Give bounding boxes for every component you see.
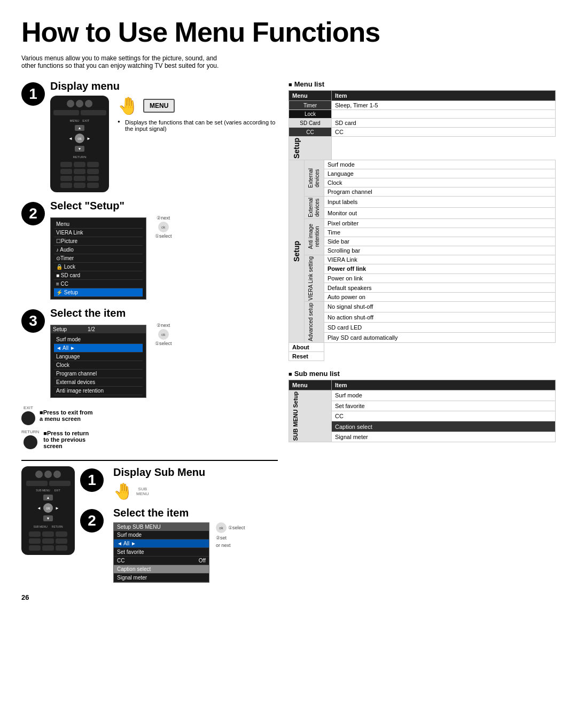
sub-row-surf-mode: SUB MENU Setup Surf mode [289, 390, 556, 401]
setup-rotated-label: Setup [289, 137, 332, 160]
menu-item-lock: 🔒 Lock [54, 263, 143, 271]
return-label: RETURN [21, 429, 39, 434]
row-clock: Clock [289, 178, 556, 187]
sub-col-menu: Menu [289, 380, 332, 390]
sub-item-surfmode: Surf mode [114, 531, 209, 539]
step1-number: 1 [21, 82, 45, 106]
menu-item-picture: ☐Picture [54, 237, 143, 246]
sub-menu-section: SUB MENU EXIT ▲ ◄ ok ► ▼ SUB MENU [21, 460, 278, 583]
step1-content: Display menu [50, 80, 278, 192]
item-play-sd: Play SD card automatically [324, 332, 556, 342]
step1-section: 1 Display menu [21, 80, 278, 192]
nav-select-label-2: ①select [155, 341, 172, 346]
sub-item-all: ◄ All ► [114, 539, 209, 548]
row-pixel-orbiter: Anti imageretention Pixel orbiter [289, 218, 556, 228]
table-row-cc: CC CC [289, 128, 556, 137]
indicator-select: ①select [228, 525, 245, 530]
remote-control-1: MENU EXIT ▲ ◄ ok ► ▼ RETURN [50, 96, 109, 192]
row-monitor-out: Monitor out [289, 207, 556, 218]
row-sd-card-led: SD card LED [289, 322, 556, 332]
setup-table: Setup Externaldevices Surf mode Language… [288, 160, 556, 361]
advanced-setup-label: Advanced setup [305, 302, 324, 343]
sub-item-cc: CC [332, 411, 556, 421]
row-viera-link: VIERA Link setting VIERA Link [289, 255, 556, 264]
menu-cc: CC [289, 128, 332, 137]
sub-menu-label: SUBMENU [136, 487, 149, 496]
menu-list-title: Menu list [288, 80, 556, 88]
step2-nav: ②next ok ①select [155, 215, 172, 239]
return-button[interactable] [24, 435, 37, 449]
item-pixel-orbiter: Pixel orbiter [324, 218, 556, 228]
item-surf-mode: Surf mode [54, 335, 143, 344]
press-return-label2: to the previous [43, 436, 89, 443]
substep2-title: Select the item [113, 507, 245, 519]
menu-item-setup: ⚡ Setup [54, 288, 143, 297]
item-monitor-out: Monitor out [324, 207, 556, 218]
item-power-off-link: Power off link [324, 264, 556, 274]
substep1-number: 1 [80, 468, 104, 492]
sub-item-set-favorite: Set favorite [332, 401, 556, 411]
menu-item-sdcard: ■ SD card [54, 271, 143, 280]
step3-number: 3 [21, 309, 45, 333]
menu-item-menu: Menu [54, 220, 143, 229]
step1-bullet: Displays the functions that can be set (… [118, 119, 278, 132]
substep2-indicators: ok ①select ②set or next [216, 522, 245, 548]
item-all: ◄ All ► [54, 344, 143, 353]
table-row-surfmode: Setup [289, 137, 556, 160]
item-time: Time [324, 228, 556, 237]
setup-side-label: Setup [289, 160, 305, 342]
substep1-title: Display Sub Menu [113, 466, 205, 479]
page-title: How to Use Menu Functions [21, 16, 556, 48]
step3-nav: ②next ok ①select [155, 323, 172, 346]
menu-button-label[interactable]: MENU [143, 99, 175, 113]
row-play-sd: Play SD card automatically [289, 332, 556, 342]
press-exit-item: EXIT ■Press to exit from a menu screen [21, 405, 278, 425]
row-surf-mode: Setup Externaldevices Surf mode [289, 160, 556, 169]
exit-label: EXIT [24, 405, 33, 410]
item-anti-image: Anti image retention [54, 387, 143, 395]
row-sidebar: Side bar [289, 237, 556, 246]
ok-button-step2[interactable]: ok [158, 222, 169, 232]
step2-section: 2 Select "Setup" Menu VIERA Link ☐Pictur… [21, 200, 278, 300]
substep2-number: 2 [80, 509, 104, 533]
col-menu: Menu [289, 91, 332, 101]
item-clock: Clock [54, 361, 143, 370]
ok-button-substep2[interactable]: ok [216, 522, 227, 533]
menu-item-audio: ♪ Audio [54, 246, 143, 254]
sub-menu-setup-label: SUB MENU Setup [289, 390, 332, 442]
row-input-labels: Externaldevices Input labels [289, 196, 556, 207]
item-language: Language [324, 169, 556, 178]
press-exit-label2: a menu screen [40, 416, 93, 422]
sub-item-signal-meter: Signal meter [332, 432, 556, 442]
sub-col-item: Item [332, 380, 556, 390]
item-cc: CC [332, 128, 556, 137]
menu-lock: Lock [289, 110, 332, 119]
step3-title: Select the item [50, 307, 278, 319]
press-return-label3: screen [43, 443, 89, 449]
nav-select-label: ①select [155, 233, 172, 239]
press-return-label: ■Press to return [43, 430, 89, 436]
substep2-screen: Setup SUB MENU Surf mode ◄ All ► Set fav… [113, 522, 209, 583]
anti-image-label: Anti imageretention [305, 218, 324, 255]
row-power-off-link: Power off link [289, 264, 556, 274]
nav-next-label-2: ②next [157, 323, 170, 328]
menu-item-vieralink: VIERA Link [54, 229, 143, 237]
press-exit-label: ■Press to exit from [40, 409, 93, 416]
external-devices-label: Externaldevices [305, 160, 324, 196]
item-program-channel: Program channel [54, 370, 143, 378]
exit-button[interactable] [21, 411, 35, 425]
item-input-labels: Input labels [324, 196, 556, 207]
row-time: Time [289, 228, 556, 237]
item-side-bar: Side bar [324, 237, 556, 246]
row-no-action: No action shut-off [289, 312, 556, 322]
step3-section: 3 Select the item Setup 1/2 Surf mode ◄ … [21, 307, 278, 398]
item-scrolling-bar: Scrolling bar [324, 246, 556, 255]
menu-item-cc: ≡ CC [54, 280, 143, 288]
item-sdcard: SD card [332, 119, 556, 128]
ok-button-step3[interactable]: ok [158, 329, 169, 340]
intro-text: Various menus allow you to make settings… [21, 54, 224, 69]
right-column: Menu list Menu Item Timer Sleep, Timer 1… [288, 80, 556, 601]
sub-screen-title: Setup SUB MENU [114, 523, 209, 531]
press-return-item: RETURN ■Press to return to the previous … [21, 429, 278, 449]
item-about: About [289, 343, 324, 352]
